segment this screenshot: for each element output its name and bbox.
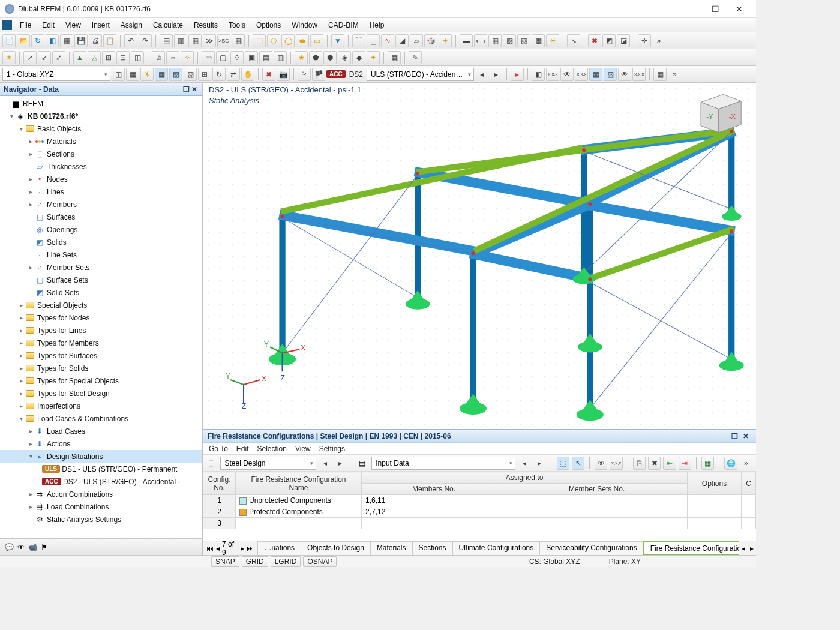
- tree-thicknesses[interactable]: ▸▱Thicknesses: [0, 160, 202, 173]
- r9-icon[interactable]: ▦: [653, 68, 667, 81]
- table2-icon[interactable]: ▥: [174, 34, 187, 47]
- cs-cam-icon[interactable]: 📷: [277, 68, 290, 81]
- tree-basic-objects[interactable]: ▾Basic Objects: [0, 122, 202, 135]
- axis-icon[interactable]: ↘: [567, 34, 580, 47]
- bottom-tab[interactable]: Ultimate Configurations: [452, 541, 541, 556]
- tree-folder[interactable]: ▸Types for Special Objects: [0, 374, 202, 387]
- cs-icon[interactable]: ✛: [638, 34, 651, 47]
- ds-next-icon[interactable]: ▸: [490, 68, 503, 81]
- flag1-icon[interactable]: 🏳: [298, 68, 311, 81]
- cs-hand-icon[interactable]: ✋: [241, 68, 254, 81]
- cube1-icon[interactable]: ◩: [602, 34, 616, 47]
- print-icon[interactable]: 🖨: [89, 34, 102, 47]
- open-icon[interactable]: 📂: [17, 34, 30, 47]
- p12-icon[interactable]: ✧: [181, 51, 194, 64]
- p14-icon[interactable]: ▢: [216, 51, 229, 64]
- menu-view[interactable]: View: [60, 19, 86, 31]
- ds-prev-icon[interactable]: ◂: [475, 68, 488, 81]
- new-icon[interactable]: 📄: [2, 34, 16, 47]
- tree-folder[interactable]: ▸Special Objects: [0, 299, 202, 311]
- tree-folder[interactable]: ▸Types for Surfaces: [0, 349, 202, 362]
- nav-foot-eye-icon[interactable]: 👁: [17, 543, 25, 551]
- r6-icon[interactable]: ▨: [604, 68, 617, 81]
- filter-icon[interactable]: ▼: [331, 34, 344, 47]
- tree-materials[interactable]: ▸Materials: [0, 135, 202, 148]
- col-config-no[interactable]: Config.No.: [203, 472, 236, 495]
- bp-del-icon[interactable]: ✖: [648, 457, 661, 470]
- cs6-icon[interactable]: ▧: [184, 68, 197, 81]
- p19-icon[interactable]: ★: [295, 51, 308, 64]
- sun-icon[interactable]: ☀: [546, 34, 559, 47]
- pg-last-icon[interactable]: ⏭: [247, 544, 254, 553]
- tree-file[interactable]: ▾◈KB 001726.rf6*: [0, 110, 202, 122]
- tree-surfaces[interactable]: ▸◫Surfaces: [0, 211, 202, 223]
- bp-pointer-icon[interactable]: ↖: [572, 457, 584, 470]
- r7-icon[interactable]: 👁: [618, 68, 631, 81]
- tree-membersets[interactable]: ▸⟋Member Sets: [0, 261, 202, 274]
- palette-icon[interactable]: ▦: [388, 51, 401, 64]
- bp-settings[interactable]: Settings: [319, 445, 345, 453]
- p10-icon[interactable]: ⎚: [152, 51, 165, 64]
- p20-icon[interactable]: ⬟: [309, 51, 322, 64]
- menu-calculate[interactable]: Calculate: [148, 19, 188, 31]
- lgrid-toggle[interactable]: LGRID: [271, 556, 301, 567]
- menu-file[interactable]: File: [14, 19, 37, 31]
- p9-icon[interactable]: ◫: [131, 51, 144, 64]
- mesh3-icon[interactable]: ▧: [517, 34, 530, 47]
- tree-folder[interactable]: ▸Types for Lines: [0, 324, 202, 337]
- col-config-name[interactable]: Fire Resistance ConfigurationName: [236, 472, 362, 495]
- r1-icon[interactable]: ◧: [532, 68, 545, 81]
- bottom-tab[interactable]: …uations: [257, 541, 301, 556]
- r2-icon[interactable]: x,x,x: [546, 68, 559, 81]
- bp-view[interactable]: View: [295, 445, 311, 453]
- navigator-tree[interactable]: ▾▆RFEM ▾◈KB 001726.rf6* ▾Basic Objects ▸…: [0, 96, 202, 538]
- panel-restore-icon[interactable]: ❐: [182, 85, 190, 94]
- col-assigned[interactable]: Assigned to: [362, 472, 688, 484]
- p6-icon[interactable]: △: [88, 51, 101, 64]
- script-icon[interactable]: ≫: [203, 34, 216, 47]
- p22-icon[interactable]: ◈: [338, 51, 351, 64]
- spark-icon[interactable]: ✦: [439, 34, 452, 47]
- design-situation-dropdown[interactable]: ULS (STR/GEO) - Acciden…: [367, 68, 474, 81]
- mesh4-icon[interactable]: ▩: [532, 34, 545, 47]
- menu-window[interactable]: Window: [286, 19, 323, 31]
- undo-icon[interactable]: ↶: [124, 34, 137, 47]
- cube2-icon[interactable]: ◪: [617, 34, 630, 47]
- bp-select-icon[interactable]: ⬚: [557, 457, 569, 470]
- sc-icon[interactable]: >SC: [217, 34, 230, 47]
- col-options[interactable]: Options: [688, 472, 742, 495]
- config-table[interactable]: Config.No. Fire Resistance Configuration…: [203, 472, 756, 541]
- table-row[interactable]: 1 Unprotected Components 1,6,11: [203, 495, 756, 506]
- wall-icon[interactable]: ▬: [460, 34, 473, 47]
- bp-next2-icon[interactable]: ▸: [533, 457, 546, 470]
- maximize-button[interactable]: ☐: [703, 2, 727, 16]
- bp-selection[interactable]: Selection: [257, 445, 287, 453]
- p8-icon[interactable]: ⊟: [116, 51, 130, 64]
- bp-globe-icon[interactable]: 🌐: [724, 457, 737, 470]
- col-c[interactable]: C: [742, 472, 756, 495]
- col-sets-no[interactable]: Member Sets No.: [506, 484, 688, 495]
- tree-root[interactable]: ▾▆RFEM: [0, 97, 202, 110]
- select-ell-icon[interactable]: ⬬: [296, 34, 309, 47]
- design-module-dropdown[interactable]: Steel Design: [220, 457, 316, 470]
- grid-toggle[interactable]: GRID: [242, 556, 268, 567]
- select-poly-icon[interactable]: ⬠: [267, 34, 280, 47]
- tree-openings[interactable]: ▸◎Openings: [0, 223, 202, 236]
- table-row[interactable]: 2 Protected Components 2,7,12: [203, 506, 756, 518]
- delete-x-icon[interactable]: ✖: [588, 34, 601, 47]
- nav-foot1-icon[interactable]: 💬: [5, 543, 14, 551]
- flag3-icon[interactable]: ▸: [511, 68, 524, 81]
- r4-icon[interactable]: x,x,x: [575, 68, 588, 81]
- input-data-dropdown[interactable]: Input Data: [371, 457, 515, 470]
- close-button[interactable]: ✕: [727, 2, 751, 16]
- panel-restore-icon[interactable]: ❐: [729, 432, 740, 440]
- tree-linesets[interactable]: ▸⟋Line Sets: [0, 248, 202, 261]
- bottom-tab[interactable]: Serviceability Configurations: [539, 541, 643, 556]
- tree-lines[interactable]: ▸⟋Lines: [0, 185, 202, 198]
- pg-prev-icon[interactable]: ◂: [216, 544, 220, 553]
- col-members-no[interactable]: Members No.: [362, 484, 506, 495]
- bottom-tab[interactable]: Sections: [412, 541, 453, 556]
- tree-ds2[interactable]: ACC DS2 - ULS (STR/GEO) - Accidental -: [0, 475, 202, 488]
- beam-icon[interactable]: ⎯: [367, 34, 380, 47]
- tree-design-situations[interactable]: ▾▸Design Situations: [0, 450, 202, 463]
